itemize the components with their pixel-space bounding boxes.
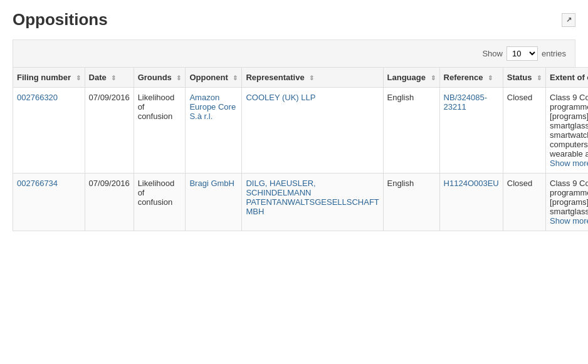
- page-header: Oppositions ↗: [13, 10, 575, 29]
- sort-arrows-status: ⇕: [537, 75, 542, 81]
- cell-status: Closed: [503, 174, 545, 231]
- col-reference[interactable]: Reference ⇕: [439, 68, 503, 88]
- representative-link[interactable]: DILG, HAEUSLER, SCHINDELMANN PATENTANWAL…: [246, 179, 379, 216]
- opponent-link[interactable]: Amazon Europe Core S.à r.l.: [189, 93, 236, 121]
- col-date[interactable]: Date ⇕: [85, 68, 134, 88]
- filing-number-link[interactable]: 002766320: [17, 93, 58, 102]
- cell-filing-number: 002766320: [13, 88, 85, 174]
- reference-link[interactable]: NB/324085-23211: [444, 93, 487, 112]
- oppositions-table: Filing number ⇕ Date ⇕ Grounds ⇕ Opponen…: [13, 67, 588, 231]
- cell-representative: DILG, HAEUSLER, SCHINDELMANN PATENTANWAL…: [242, 174, 383, 231]
- page-wrapper: Oppositions ↗ Show 10 25 50 100 entries …: [0, 0, 588, 241]
- cell-language: English: [383, 174, 439, 231]
- sort-arrows-grounds: ⇕: [176, 75, 181, 81]
- table-row: 00276632007/09/2016Likelihood of confusi…: [13, 88, 589, 174]
- col-status[interactable]: Status ⇕: [503, 68, 545, 88]
- cell-extent: Class 9 Computer programmes [programs], …: [546, 88, 588, 174]
- cell-date: 07/09/2016: [85, 88, 134, 174]
- reference-link[interactable]: H1124O003EU: [444, 179, 499, 188]
- cell-opponent: Amazon Europe Core S.à r.l.: [186, 88, 242, 174]
- cell-reference: H1124O003EU: [439, 174, 503, 231]
- opponent-link[interactable]: Bragi GmbH: [189, 179, 234, 188]
- sort-arrows-date: ⇕: [111, 75, 116, 81]
- sort-arrows-opponent: ⇕: [233, 75, 238, 81]
- representative-link[interactable]: COOLEY (UK) LLP: [246, 93, 315, 102]
- table-row: 00276673407/09/2016Likelihood of confusi…: [13, 174, 589, 231]
- expand-button[interactable]: ↗: [562, 13, 575, 27]
- cell-grounds: Likelihood of confusion: [134, 88, 186, 174]
- cell-date: 07/09/2016: [85, 174, 134, 231]
- sort-arrows-reference: ⇕: [488, 75, 493, 81]
- entries-select[interactable]: 10 25 50 100: [507, 46, 538, 61]
- col-grounds[interactable]: Grounds ⇕: [134, 68, 186, 88]
- cell-extent: Class 9 Computer programmes [programs], …: [546, 174, 588, 231]
- cell-representative: COOLEY (UK) LLP: [242, 88, 383, 174]
- sort-arrows-representative: ⇕: [309, 75, 314, 81]
- show-more-link[interactable]: ... Show more: [550, 149, 588, 168]
- show-label: Show: [482, 49, 503, 58]
- cell-status: Closed: [503, 88, 545, 174]
- col-extent[interactable]: Extent of opposition ⇕: [546, 68, 588, 88]
- sort-arrows-language: ⇕: [431, 75, 436, 81]
- page-title: Oppositions: [13, 10, 108, 29]
- filing-number-link[interactable]: 002766734: [17, 179, 58, 188]
- toolbar: Show 10 25 50 100 entries: [13, 39, 575, 67]
- cell-language: English: [383, 88, 439, 174]
- col-language[interactable]: Language ⇕: [383, 68, 439, 88]
- cell-grounds: Likelihood of confusion: [134, 174, 186, 231]
- sort-arrows-filing: ⇕: [76, 75, 81, 81]
- cell-reference: NB/324085-23211: [439, 88, 503, 174]
- entries-label: entries: [542, 49, 566, 58]
- cell-filing-number: 002766734: [13, 174, 85, 231]
- show-more-link[interactable]: ... Show more: [550, 207, 588, 226]
- cell-opponent: Bragi GmbH: [186, 174, 242, 231]
- col-representative[interactable]: Representative ⇕: [242, 68, 383, 88]
- col-filing-number[interactable]: Filing number ⇕: [13, 68, 85, 88]
- col-opponent[interactable]: Opponent ⇕: [186, 68, 242, 88]
- table-header-row: Filing number ⇕ Date ⇕ Grounds ⇕ Opponen…: [13, 68, 589, 88]
